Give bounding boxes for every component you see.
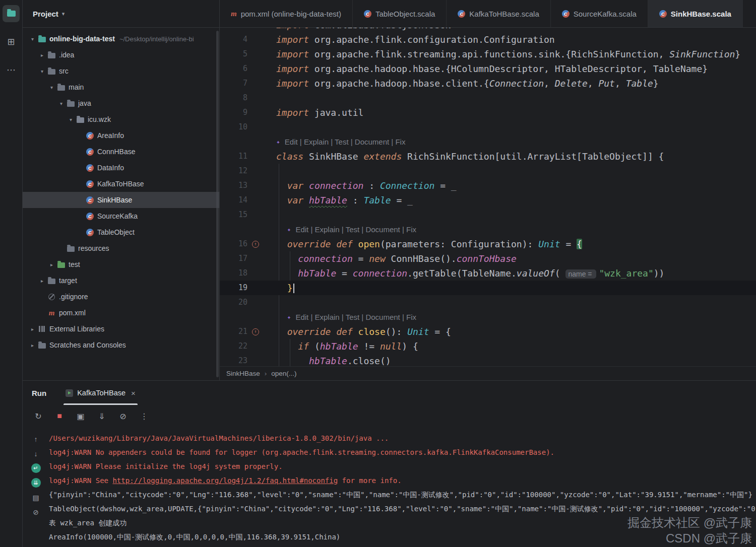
console-line-1: /Users/wuzikang/Library/Java/JavaVirtual…	[49, 431, 756, 445]
chevron-right-icon[interactable]: ▸	[28, 343, 37, 348]
console-text: log4j:WARN See	[49, 476, 112, 485]
tree-item-online-big-data-test[interactable]: ▾online-big-data-test~/Desktop/intellij/…	[23, 31, 219, 47]
override-marker-icon[interactable]: ↑	[252, 241, 259, 248]
chevron-down-icon: ▾	[62, 11, 65, 17]
code-line-10: 10	[220, 120, 756, 134]
project-panel-header[interactable]: Project ▾	[23, 0, 219, 27]
editor[interactable]: 3import com.alibaba.fastjson.JSON4import…	[220, 28, 756, 366]
tree-item-resources[interactable]: resources	[23, 240, 219, 256]
scratches-icon	[38, 343, 46, 349]
code-line-12: 12	[220, 164, 756, 178]
override-marker-icon[interactable]: ↑	[252, 328, 259, 335]
tree-item-test[interactable]: ▸test	[23, 256, 219, 272]
next-occurrence-icon[interactable]: ↓	[31, 449, 41, 458]
soft-wrap-icon[interactable]: ↵	[31, 463, 41, 473]
tree-item-label: online-big-data-test	[49, 35, 115, 43]
screenshot-icon[interactable]: ▣	[75, 412, 86, 421]
chevron-right-icon[interactable]: ▸	[37, 278, 47, 284]
tree-item-label: .idea	[59, 51, 74, 59]
folder-icon	[67, 101, 75, 107]
console-text: 表 wzk_area 创建成功	[49, 519, 127, 527]
tree-item-icu-wzk[interactable]: ▾icu.wzk	[23, 111, 219, 127]
print-icon[interactable]: ▤	[31, 493, 41, 502]
tree-item-label: java	[78, 99, 91, 107]
clear-all-icon[interactable]: ⊘	[31, 507, 41, 517]
tree-item-src[interactable]: ▾src	[23, 63, 219, 79]
line-number: 11	[220, 149, 247, 164]
code-line-18: 18 hbTable = connection.getTable(TableNa…	[220, 266, 756, 281]
editor-column: 3import com.alibaba.fastjson.JSON4import…	[219, 28, 756, 380]
test-folder-icon	[57, 262, 65, 268]
line-number: 16	[220, 237, 247, 251]
scroll-to-end-icon[interactable]: ⇊	[31, 478, 41, 488]
thread-dump-icon[interactable]: ⇓	[96, 412, 107, 421]
ai-hint-row[interactable]: ✦Edit | Explain | Test | Document | Fix	[220, 134, 756, 149]
ai-hint-actions[interactable]: Edit | Explain | Test | Document | Fix	[285, 134, 406, 149]
content-row: ▾online-big-data-test~/Desktop/intellij/…	[23, 28, 756, 380]
ai-hint-row[interactable]: ✦Edit | Explain | Test | Document | Fix	[220, 222, 756, 237]
tree-item-label: ConnHBase	[97, 148, 136, 156]
mute-breakpoints-icon[interactable]: ⊘	[117, 412, 129, 421]
line-number: 3	[220, 28, 247, 32]
chevron-right-icon[interactable]: ▸	[28, 326, 37, 332]
tree-item-connhbase[interactable]: CConnHBase	[23, 144, 219, 160]
project-tree: ▾online-big-data-test~/Desktop/intellij/…	[23, 31, 219, 353]
tab-sourcekafka-scala[interactable]: CSourceKafka.scala	[551, 0, 648, 27]
console-line-5: {"pinyin":"China","citycode":"0","Lng":"…	[49, 488, 756, 502]
tree-item-tableobject[interactable]: CTableObject	[23, 224, 219, 240]
console-output[interactable]: /Users/wuzikang/Library/Java/JavaVirtual…	[49, 427, 756, 547]
chevron-right-icon[interactable]: ▸	[47, 262, 56, 267]
tab-pom-xml-online-big-data-test[interactable]: mpom.xml (online-big-data-test)	[220, 0, 353, 27]
tree-item-areainfo[interactable]: CAreaInfo	[23, 127, 219, 144]
scrollbar[interactable]	[216, 31, 219, 377]
console-link[interactable]: http://logging.apache.org/log4j/1.2/faq.…	[112, 476, 338, 485]
run-tab-kafkatohbase[interactable]: KafkaToHBase ×	[59, 381, 142, 405]
tree-item-datainfo[interactable]: CDataInfo	[23, 160, 219, 176]
tree-item-scratches-and-consoles[interactable]: ▸Scratches and Consoles	[23, 337, 219, 353]
tree-item-sourcekafka[interactable]: CSourceKafka	[23, 208, 219, 224]
breadcrumb-item-open[interactable]: open(...)	[271, 370, 296, 377]
tree-item-main[interactable]: ▾main	[23, 79, 219, 95]
ide-window: ⊞ ⋯ Project ▾ mpom.xml (online-big-data-…	[0, 0, 756, 547]
folder-icon	[48, 69, 55, 75]
more-tools-button[interactable]: ⋯	[3, 61, 20, 79]
tree-item-idea[interactable]: ▸.idea	[23, 47, 219, 63]
prev-occurrence-icon[interactable]: ↑	[31, 434, 41, 444]
chevron-down-icon[interactable]: ▾	[37, 69, 47, 74]
ai-hint-actions[interactable]: Edit | Explain | Test | Document | Fix	[295, 310, 416, 324]
stop-icon[interactable]: ■	[54, 412, 65, 421]
tree-item-gitignore[interactable]: .gitignore	[23, 289, 219, 305]
tree-item-sinkhbase[interactable]: CSinkHBase	[23, 192, 219, 208]
tree-item-java[interactable]: ▾java	[23, 95, 219, 111]
tab-sinkhbase-scala[interactable]: CSinkHBase.scala	[648, 0, 743, 27]
line-number: 12	[220, 164, 247, 178]
tab-tableobject-scala[interactable]: CTableObject.scala	[353, 0, 447, 27]
close-icon[interactable]: ×	[131, 389, 136, 397]
code-line-20: 20	[220, 295, 756, 310]
tab-kafkatohbase-scala[interactable]: CKafkaToHBase.scala	[447, 0, 550, 27]
console-text: /Users/wuzikang/Library/Java/JavaVirtual…	[49, 434, 389, 442]
project-tool-button[interactable]	[3, 5, 20, 22]
package-icon	[77, 117, 84, 123]
ai-hint-row[interactable]: ✦Edit | Explain | Test | Document | Fix	[220, 310, 756, 324]
code-line-8: 8	[220, 91, 756, 105]
tree-item-target[interactable]: ▸target	[23, 272, 219, 289]
tree-item-pom-xml[interactable]: mpom.xml	[23, 305, 219, 321]
rerun-icon[interactable]: ↻	[33, 412, 44, 421]
chevron-down-icon[interactable]: ▾	[56, 101, 66, 106]
console-line-8: AreaInfo(100000,中国-测试修改,0,中国,0,0,0,0,中国,…	[49, 530, 756, 544]
more-options-icon[interactable]: ⋮	[139, 412, 150, 421]
tab-label: pom.xml (online-big-data-test)	[241, 10, 341, 18]
chevron-down-icon[interactable]: ▾	[28, 36, 37, 42]
tree-item-label: test	[69, 260, 80, 268]
structure-tool-button[interactable]: ⊞	[3, 33, 20, 50]
chevron-down-icon[interactable]: ▾	[47, 85, 56, 90]
tree-item-kafkatohbase[interactable]: CKafkaToHBase	[23, 176, 219, 192]
tree-item-external-libraries[interactable]: ▸External Libraries	[23, 321, 219, 337]
tab-label: SourceKafka.scala	[574, 10, 637, 18]
chevron-right-icon[interactable]: ▸	[37, 52, 47, 58]
breadcrumb-item-sinkhbase[interactable]: SinkHBase	[226, 370, 260, 377]
ai-hint-actions[interactable]: Edit | Explain | Test | Document | Fix	[295, 222, 416, 237]
code-line-23: 23 hbTable.close()	[220, 354, 756, 366]
chevron-down-icon[interactable]: ▾	[66, 117, 76, 122]
